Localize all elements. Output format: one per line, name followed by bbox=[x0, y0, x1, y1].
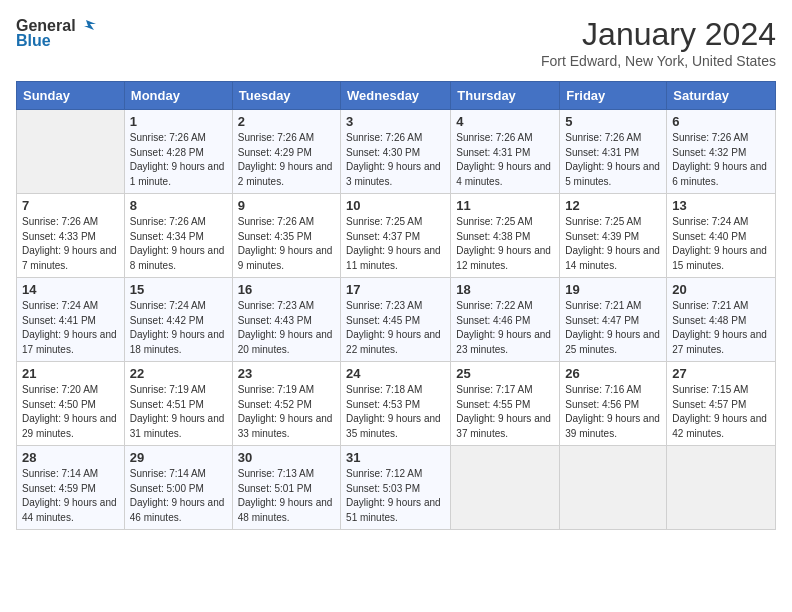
day-info: Sunrise: 7:24 AMSunset: 4:41 PMDaylight:… bbox=[22, 299, 119, 357]
day-number: 7 bbox=[22, 198, 119, 213]
day-info: Sunrise: 7:23 AMSunset: 4:45 PMDaylight:… bbox=[346, 299, 445, 357]
calendar-week-row: 14 Sunrise: 7:24 AMSunset: 4:41 PMDaylig… bbox=[17, 278, 776, 362]
day-info: Sunrise: 7:26 AMSunset: 4:31 PMDaylight:… bbox=[456, 131, 554, 189]
day-number: 21 bbox=[22, 366, 119, 381]
location-subtitle: Fort Edward, New York, United States bbox=[541, 53, 776, 69]
day-number: 14 bbox=[22, 282, 119, 297]
day-info: Sunrise: 7:26 AMSunset: 4:33 PMDaylight:… bbox=[22, 215, 119, 273]
calendar-cell: 21 Sunrise: 7:20 AMSunset: 4:50 PMDaylig… bbox=[17, 362, 125, 446]
day-number: 9 bbox=[238, 198, 335, 213]
calendar-cell: 8 Sunrise: 7:26 AMSunset: 4:34 PMDayligh… bbox=[124, 194, 232, 278]
day-info: Sunrise: 7:25 AMSunset: 4:38 PMDaylight:… bbox=[456, 215, 554, 273]
day-number: 8 bbox=[130, 198, 227, 213]
day-info: Sunrise: 7:26 AMSunset: 4:28 PMDaylight:… bbox=[130, 131, 227, 189]
calendar-cell: 1 Sunrise: 7:26 AMSunset: 4:28 PMDayligh… bbox=[124, 110, 232, 194]
month-year-title: January 2024 bbox=[541, 16, 776, 53]
day-number: 2 bbox=[238, 114, 335, 129]
calendar-cell: 12 Sunrise: 7:25 AMSunset: 4:39 PMDaylig… bbox=[560, 194, 667, 278]
day-info: Sunrise: 7:21 AMSunset: 4:48 PMDaylight:… bbox=[672, 299, 770, 357]
col-header-tuesday: Tuesday bbox=[232, 82, 340, 110]
day-info: Sunrise: 7:23 AMSunset: 4:43 PMDaylight:… bbox=[238, 299, 335, 357]
day-number: 26 bbox=[565, 366, 661, 381]
calendar-cell: 25 Sunrise: 7:17 AMSunset: 4:55 PMDaylig… bbox=[451, 362, 560, 446]
day-info: Sunrise: 7:26 AMSunset: 4:30 PMDaylight:… bbox=[346, 131, 445, 189]
calendar-header-row: SundayMondayTuesdayWednesdayThursdayFrid… bbox=[17, 82, 776, 110]
day-info: Sunrise: 7:25 AMSunset: 4:39 PMDaylight:… bbox=[565, 215, 661, 273]
svg-marker-0 bbox=[84, 20, 96, 30]
day-info: Sunrise: 7:22 AMSunset: 4:46 PMDaylight:… bbox=[456, 299, 554, 357]
day-number: 3 bbox=[346, 114, 445, 129]
day-number: 4 bbox=[456, 114, 554, 129]
day-number: 12 bbox=[565, 198, 661, 213]
calendar-cell: 11 Sunrise: 7:25 AMSunset: 4:38 PMDaylig… bbox=[451, 194, 560, 278]
calendar-cell bbox=[560, 446, 667, 530]
col-header-saturday: Saturday bbox=[667, 82, 776, 110]
calendar-cell: 27 Sunrise: 7:15 AMSunset: 4:57 PMDaylig… bbox=[667, 362, 776, 446]
day-number: 11 bbox=[456, 198, 554, 213]
calendar-week-row: 7 Sunrise: 7:26 AMSunset: 4:33 PMDayligh… bbox=[17, 194, 776, 278]
calendar-cell: 28 Sunrise: 7:14 AMSunset: 4:59 PMDaylig… bbox=[17, 446, 125, 530]
day-number: 29 bbox=[130, 450, 227, 465]
col-header-friday: Friday bbox=[560, 82, 667, 110]
day-info: Sunrise: 7:19 AMSunset: 4:51 PMDaylight:… bbox=[130, 383, 227, 441]
day-info: Sunrise: 7:19 AMSunset: 4:52 PMDaylight:… bbox=[238, 383, 335, 441]
calendar-cell: 16 Sunrise: 7:23 AMSunset: 4:43 PMDaylig… bbox=[232, 278, 340, 362]
day-info: Sunrise: 7:21 AMSunset: 4:47 PMDaylight:… bbox=[565, 299, 661, 357]
title-block: January 2024 Fort Edward, New York, Unit… bbox=[541, 16, 776, 69]
day-info: Sunrise: 7:24 AMSunset: 4:40 PMDaylight:… bbox=[672, 215, 770, 273]
day-number: 18 bbox=[456, 282, 554, 297]
calendar-cell: 22 Sunrise: 7:19 AMSunset: 4:51 PMDaylig… bbox=[124, 362, 232, 446]
calendar-cell: 7 Sunrise: 7:26 AMSunset: 4:33 PMDayligh… bbox=[17, 194, 125, 278]
day-number: 28 bbox=[22, 450, 119, 465]
calendar-cell: 29 Sunrise: 7:14 AMSunset: 5:00 PMDaylig… bbox=[124, 446, 232, 530]
day-number: 25 bbox=[456, 366, 554, 381]
calendar-week-row: 1 Sunrise: 7:26 AMSunset: 4:28 PMDayligh… bbox=[17, 110, 776, 194]
day-info: Sunrise: 7:26 AMSunset: 4:34 PMDaylight:… bbox=[130, 215, 227, 273]
calendar-table: SundayMondayTuesdayWednesdayThursdayFrid… bbox=[16, 81, 776, 530]
calendar-cell bbox=[451, 446, 560, 530]
calendar-cell: 31 Sunrise: 7:12 AMSunset: 5:03 PMDaylig… bbox=[341, 446, 451, 530]
day-info: Sunrise: 7:12 AMSunset: 5:03 PMDaylight:… bbox=[346, 467, 445, 525]
day-number: 27 bbox=[672, 366, 770, 381]
day-number: 5 bbox=[565, 114, 661, 129]
calendar-week-row: 21 Sunrise: 7:20 AMSunset: 4:50 PMDaylig… bbox=[17, 362, 776, 446]
day-info: Sunrise: 7:13 AMSunset: 5:01 PMDaylight:… bbox=[238, 467, 335, 525]
day-number: 16 bbox=[238, 282, 335, 297]
day-number: 1 bbox=[130, 114, 227, 129]
logo-bird-icon bbox=[78, 16, 98, 36]
day-info: Sunrise: 7:24 AMSunset: 4:42 PMDaylight:… bbox=[130, 299, 227, 357]
col-header-thursday: Thursday bbox=[451, 82, 560, 110]
calendar-cell: 13 Sunrise: 7:24 AMSunset: 4:40 PMDaylig… bbox=[667, 194, 776, 278]
calendar-cell: 6 Sunrise: 7:26 AMSunset: 4:32 PMDayligh… bbox=[667, 110, 776, 194]
day-number: 15 bbox=[130, 282, 227, 297]
day-number: 20 bbox=[672, 282, 770, 297]
col-header-sunday: Sunday bbox=[17, 82, 125, 110]
calendar-cell: 20 Sunrise: 7:21 AMSunset: 4:48 PMDaylig… bbox=[667, 278, 776, 362]
day-info: Sunrise: 7:26 AMSunset: 4:29 PMDaylight:… bbox=[238, 131, 335, 189]
calendar-cell: 4 Sunrise: 7:26 AMSunset: 4:31 PMDayligh… bbox=[451, 110, 560, 194]
day-number: 19 bbox=[565, 282, 661, 297]
day-info: Sunrise: 7:18 AMSunset: 4:53 PMDaylight:… bbox=[346, 383, 445, 441]
calendar-cell: 15 Sunrise: 7:24 AMSunset: 4:42 PMDaylig… bbox=[124, 278, 232, 362]
day-info: Sunrise: 7:20 AMSunset: 4:50 PMDaylight:… bbox=[22, 383, 119, 441]
calendar-cell: 26 Sunrise: 7:16 AMSunset: 4:56 PMDaylig… bbox=[560, 362, 667, 446]
day-number: 30 bbox=[238, 450, 335, 465]
calendar-cell: 9 Sunrise: 7:26 AMSunset: 4:35 PMDayligh… bbox=[232, 194, 340, 278]
calendar-cell: 17 Sunrise: 7:23 AMSunset: 4:45 PMDaylig… bbox=[341, 278, 451, 362]
day-info: Sunrise: 7:16 AMSunset: 4:56 PMDaylight:… bbox=[565, 383, 661, 441]
day-info: Sunrise: 7:14 AMSunset: 4:59 PMDaylight:… bbox=[22, 467, 119, 525]
calendar-cell: 18 Sunrise: 7:22 AMSunset: 4:46 PMDaylig… bbox=[451, 278, 560, 362]
day-info: Sunrise: 7:14 AMSunset: 5:00 PMDaylight:… bbox=[130, 467, 227, 525]
calendar-cell: 24 Sunrise: 7:18 AMSunset: 4:53 PMDaylig… bbox=[341, 362, 451, 446]
page-header: General Blue January 2024 Fort Edward, N… bbox=[16, 16, 776, 69]
col-header-wednesday: Wednesday bbox=[341, 82, 451, 110]
calendar-cell: 2 Sunrise: 7:26 AMSunset: 4:29 PMDayligh… bbox=[232, 110, 340, 194]
calendar-cell: 10 Sunrise: 7:25 AMSunset: 4:37 PMDaylig… bbox=[341, 194, 451, 278]
day-number: 23 bbox=[238, 366, 335, 381]
day-number: 17 bbox=[346, 282, 445, 297]
day-info: Sunrise: 7:15 AMSunset: 4:57 PMDaylight:… bbox=[672, 383, 770, 441]
calendar-cell: 30 Sunrise: 7:13 AMSunset: 5:01 PMDaylig… bbox=[232, 446, 340, 530]
col-header-monday: Monday bbox=[124, 82, 232, 110]
day-info: Sunrise: 7:26 AMSunset: 4:32 PMDaylight:… bbox=[672, 131, 770, 189]
day-number: 10 bbox=[346, 198, 445, 213]
